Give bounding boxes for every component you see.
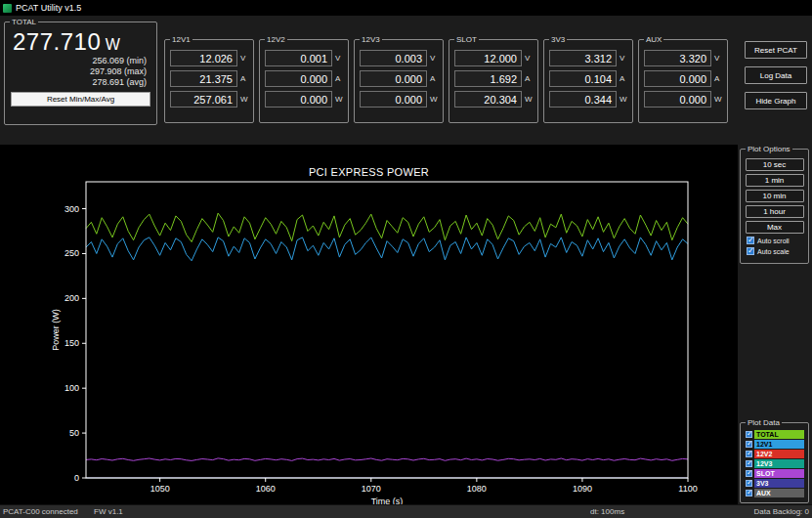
- legend-swatch-12v3: 12V3: [754, 459, 804, 468]
- plot-data-row-12v1[interactable]: 12V1: [746, 440, 804, 449]
- voltage-unit: V: [525, 54, 533, 63]
- legend-swatch-total: TOTAL: [754, 430, 804, 439]
- x-tick-label: 1070: [362, 484, 381, 494]
- series-slot-line: [86, 458, 688, 461]
- power-unit: W: [430, 95, 438, 104]
- plot-data-checkbox-aux[interactable]: [746, 490, 752, 496]
- plot-data-checkbox-12v3[interactable]: [746, 460, 752, 467]
- total-group-label: TOTAL: [10, 18, 38, 26]
- plot-range-10sec-button[interactable]: 10 sec: [746, 158, 804, 171]
- plot-border: [86, 182, 688, 478]
- current-value: 0.000: [265, 70, 332, 87]
- voltage-unit: V: [240, 54, 248, 63]
- x-tick-label: 1090: [573, 484, 592, 494]
- plot-data-row-total[interactable]: TOTAL: [746, 430, 804, 439]
- current-value: 1.692: [454, 70, 522, 87]
- auto-scroll-row[interactable]: Auto scroll: [747, 237, 806, 244]
- voltage-unit: V: [714, 54, 722, 63]
- voltage-unit: V: [335, 54, 343, 63]
- voltage-value: 12.026: [170, 50, 237, 66]
- legend-swatch-12v1: 12V1: [754, 440, 804, 449]
- voltage-value: 12.000: [454, 50, 522, 66]
- power-value: 257.061: [170, 91, 237, 108]
- auto-scroll-label: Auto scroll: [757, 237, 790, 244]
- power-value: 0.000: [360, 91, 427, 108]
- legend-swatch-12v2: 12V2: [754, 450, 804, 458]
- current-unit: A: [335, 74, 343, 83]
- current-unit: A: [714, 74, 722, 83]
- current-value: 21.375: [170, 70, 237, 87]
- voltage-unit: V: [430, 54, 438, 63]
- y-tick-label: 0: [74, 473, 79, 483]
- reset-pcat-button[interactable]: Reset PCAT: [745, 41, 807, 59]
- log-data-button[interactable]: Log Data: [745, 66, 807, 84]
- plot-data-checkbox-slot[interactable]: [746, 470, 752, 477]
- power-value: 0.344: [549, 91, 617, 108]
- auto-scale-row[interactable]: Auto scale: [747, 247, 806, 255]
- reset-min-max-avg-button[interactable]: Reset Min/Max/Avg: [11, 92, 150, 107]
- plot-data-checkbox-12v1[interactable]: [746, 441, 752, 448]
- pcat-window: PCAT Utility v1.5 TOTAL 277.710 W 256.06…: [0, 0, 812, 518]
- total-power-value: 277.710: [13, 28, 101, 55]
- y-tick-label: 250: [64, 248, 79, 258]
- channel-group-3v3: 3V3 3.312V 0.104A 0.344W: [543, 35, 633, 123]
- x-tick-label: 1050: [150, 484, 170, 494]
- current-value: 0.000: [644, 70, 711, 87]
- voltage-value: 3.320: [644, 50, 711, 66]
- voltage-unit: V: [620, 54, 627, 63]
- window-title: PCAT Utility v1.5: [16, 3, 81, 13]
- current-value: 0.000: [360, 70, 427, 87]
- plot-data-row-3v3[interactable]: 3V3: [746, 479, 804, 488]
- plot-options-group: Plot Options 10 sec 1 min 10 min 1 hour …: [740, 145, 809, 264]
- series-12v1-line: [86, 237, 688, 261]
- x-tick-label: 1060: [256, 484, 276, 494]
- plot-range-10min-button[interactable]: 10 min: [746, 190, 804, 202]
- current-unit: A: [430, 74, 438, 83]
- channel-label: 12V2: [265, 35, 287, 44]
- auto-scale-checkbox[interactable]: [747, 247, 754, 255]
- channel-group-12v1: 12V1 12.026V 21.375A 257.061W: [164, 35, 254, 123]
- channel-group-aux: AUX 3.320V 0.000A 0.000W: [638, 35, 728, 123]
- plot-data-row-12v3[interactable]: 12V3: [746, 459, 804, 468]
- plot-data-group: Plot Data TOTAL 12V1 12V2 12V3 SLOT: [740, 418, 809, 503]
- plot-data-row-12v2[interactable]: 12V2: [746, 450, 804, 458]
- x-tick-label: 1080: [467, 484, 487, 494]
- sample-interval: dt: 100ms: [590, 507, 624, 516]
- hide-graph-button[interactable]: Hide Graph: [745, 92, 807, 109]
- plot-range-1min-button[interactable]: 1 min: [746, 174, 804, 187]
- total-power-unit: W: [106, 36, 120, 53]
- plot-range-max-button[interactable]: Max: [746, 221, 804, 234]
- total-avg-value: 278.691 (avg): [7, 77, 154, 88]
- auto-scroll-checkbox[interactable]: [747, 237, 754, 244]
- plot-data-row-slot[interactable]: SLOT: [746, 469, 804, 478]
- channel-label: AUX: [644, 35, 663, 44]
- plot-data-checkbox-3v3[interactable]: [746, 480, 752, 487]
- plot-range-1hour-button[interactable]: 1 hour: [746, 205, 804, 218]
- current-unit: A: [620, 74, 627, 83]
- y-tick-label: 50: [69, 428, 79, 438]
- power-value: 0.000: [265, 91, 332, 108]
- plot-data-label: Plot Data: [746, 418, 782, 427]
- y-tick-label: 100: [64, 383, 79, 393]
- plot-data-row-aux[interactable]: AUX: [746, 489, 804, 497]
- plot-data-checkbox-total[interactable]: [746, 431, 752, 438]
- series-total-line: [86, 213, 688, 241]
- total-max-value: 297.908 (max): [7, 66, 154, 77]
- power-chart: 0501001502002503001050106010701080109011…: [0, 145, 738, 504]
- channel-label: 12V3: [360, 35, 382, 44]
- titlebar: PCAT Utility v1.5: [0, 0, 812, 16]
- power-unit: W: [335, 95, 343, 104]
- legend-swatch-aux: AUX: [754, 489, 804, 497]
- power-unit: W: [525, 95, 533, 104]
- y-tick-label: 150: [64, 338, 79, 348]
- y-tick-label: 300: [64, 204, 79, 214]
- x-tick-label: 1100: [678, 484, 697, 494]
- power-unit: W: [240, 95, 248, 104]
- legend-swatch-slot: SLOT: [754, 469, 804, 478]
- current-unit: A: [240, 74, 248, 83]
- channel-label: SLOT: [454, 35, 479, 44]
- power-unit: W: [714, 95, 722, 104]
- plot-data-checkbox-12v2[interactable]: [746, 451, 752, 457]
- chart-title: PCI EXPRESS POWER: [0, 166, 738, 178]
- auto-scale-label: Auto scale: [757, 248, 790, 255]
